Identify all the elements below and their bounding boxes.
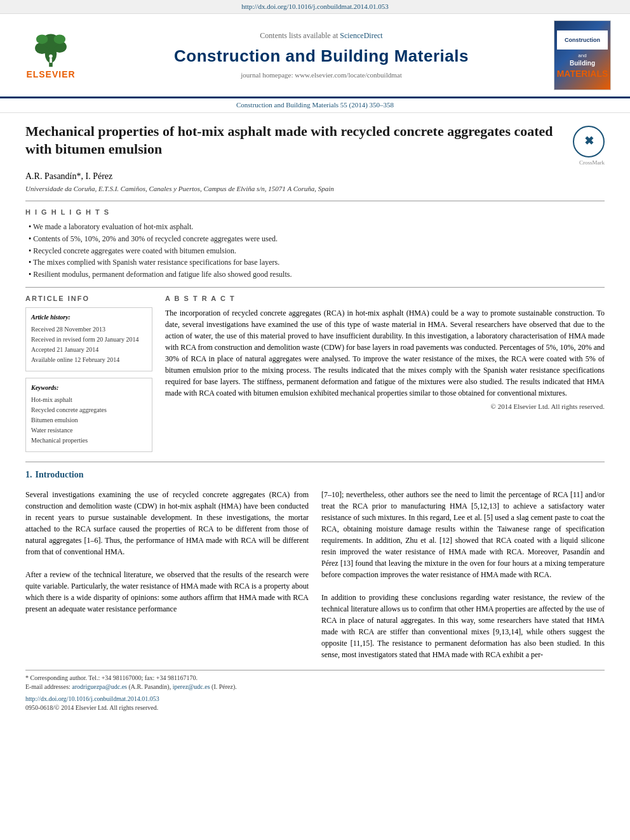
svg-point-5: [36, 34, 48, 44]
divider-3: [25, 462, 605, 462]
available-date: Available online 12 February 2014: [31, 356, 147, 364]
elsevier-text: ELSEVIER: [26, 69, 75, 81]
divider-2: [25, 287, 605, 288]
crossmark-badge: ✖: [573, 126, 605, 157]
elsevier-logo-area: ELSEVIER: [13, 30, 89, 81]
svg-rect-8: [50, 58, 52, 62]
article-title: Mechanical properties of hot-mix asphalt…: [25, 123, 573, 159]
cover-building: Building: [570, 59, 595, 68]
journal-header: ELSEVIER Contents lists available at Sci…: [0, 14, 630, 98]
intro-col2-para2: In addition to providing these conclusio…: [321, 592, 605, 660]
copyright-text: © 2014 Elsevier Ltd. All rights reserved…: [165, 402, 605, 411]
doi-url-link[interactable]: http://dx.doi.org/10.1016/j.conbuildmat.…: [25, 695, 159, 702]
highlights-label: H I G H L I G H T S: [25, 208, 605, 217]
email1-name: (A.R. Pasandín),: [128, 683, 171, 690]
authors: A.R. Pasandín*, I. Pérez: [25, 170, 605, 183]
authors-text: A.R. Pasandín*, I. Pérez: [25, 171, 112, 181]
highlight-item-2: Contents of 5%, 10%, 20% and 30% of recy…: [29, 233, 605, 245]
affiliation: Universidade da Coruña, E.T.S.I. Camiños…: [25, 184, 605, 194]
article-history-box: Article history: Received 28 November 20…: [25, 307, 152, 371]
page: http://dx.doi.org/10.1016/j.conbuildmat.…: [0, 0, 630, 840]
journal-title: Construction and Building Materials: [89, 44, 554, 67]
received-date: Received 28 November 2013: [31, 325, 147, 334]
intro-body: Several investigations examining the use…: [25, 489, 605, 660]
keyword-3: Bitumen emulsion: [31, 416, 147, 425]
crossmark-icon: ✖: [584, 133, 594, 149]
email2-link[interactable]: iperez@udc.es: [173, 683, 210, 690]
keyword-1: Hot-mix asphalt: [31, 396, 147, 404]
highlight-item-4: The mixes complied with Spanish water re…: [29, 257, 605, 269]
cover-materials: MATERIALS: [557, 68, 608, 81]
divider-1: [25, 201, 605, 201]
doi-text: Construction and Building Materials 55 (…: [236, 101, 394, 109]
accepted-date: Accepted 21 January 2014: [31, 345, 147, 354]
intro-col-right: [7–10]; nevertheless, other authors see …: [321, 489, 605, 660]
highlights-section: H I G H L I G H T S We made a laboratory…: [25, 208, 605, 281]
journal-header-center: Contents lists available at ScienceDirec…: [89, 30, 554, 81]
keyword-4: Water resistance: [31, 426, 147, 435]
article-info-abstract-section: Article info Article history: Received 2…: [25, 294, 605, 452]
doi-url: http://dx.doi.org/10.1016/j.conbuildmat.…: [25, 695, 605, 703]
science-direct-line: Contents lists available at ScienceDirec…: [89, 30, 554, 41]
introduction-section: 1. Introduction Several investigations e…: [25, 469, 605, 660]
cover-construction: Construction: [565, 36, 600, 44]
highlight-item-1: We made a laboratory evaluation of hot-m…: [29, 221, 605, 233]
email-label: E-mail addresses:: [25, 683, 70, 690]
journal-homepage: journal homepage: www.elsevier.com/locat…: [89, 70, 554, 80]
email-line: E-mail addresses: arodriguezpa@udc.es (A…: [25, 683, 605, 691]
article-history-title: Article history:: [31, 313, 147, 322]
corresponding-author: * Corresponding author. Tel.: +34 981167…: [25, 674, 605, 683]
svg-point-6: [54, 34, 65, 44]
intro-number: 1.: [25, 469, 32, 481]
crossmark-label: CrossMark: [25, 159, 605, 167]
article-info-col: Article info Article history: Received 2…: [25, 294, 152, 452]
footnote-section: * Corresponding author. Tel.: +34 981167…: [25, 670, 605, 712]
keywords-title: Keywords:: [31, 383, 147, 392]
journal-cover-area: Construction and Building MATERIALS: [554, 20, 617, 90]
top-url-text: http://dx.doi.org/10.1016/j.conbuildmat.…: [241, 3, 389, 10]
cover-and: and: [578, 52, 586, 59]
issn-text: 0950-0618/© 2014 Elsevier Ltd. All right…: [25, 703, 605, 712]
keyword-5: Mechanical properties: [31, 436, 147, 445]
intro-title: Introduction: [36, 469, 84, 481]
elsevier-tree-icon: [29, 30, 73, 69]
highlights-list: We made a laboratory evaluation of hot-m…: [25, 221, 605, 281]
highlight-item-5: Resilient modulus, permanent deformation…: [29, 269, 605, 281]
intro-para2: After a review of the technical literatu…: [25, 569, 309, 615]
abstract-col: A B S T R A C T The incorporation of rec…: [165, 294, 605, 452]
top-url-bar: http://dx.doi.org/10.1016/j.conbuildmat.…: [0, 0, 630, 14]
abstract-section: The incorporation of recycled concrete a…: [165, 307, 605, 411]
journal-cover-image: Construction and Building MATERIALS: [554, 20, 611, 90]
email2-name: (I. Pérez).: [211, 683, 237, 690]
keywords-box: Keywords: Hot-mix asphalt Recycled concr…: [25, 378, 152, 452]
doi-bar: Construction and Building Materials 55 (…: [0, 98, 630, 112]
article-info-label: Article info: [25, 294, 152, 303]
science-direct-link[interactable]: ScienceDirect: [340, 31, 382, 40]
intro-col2-para1: [7–10]; nevertheless, other authors see …: [321, 489, 605, 580]
email1-link[interactable]: arodriguezpa@udc.es: [72, 683, 127, 690]
elsevier-logo: ELSEVIER: [13, 30, 89, 81]
highlight-item-3: Recycled concrete aggregates were coated…: [29, 245, 605, 257]
revised-date: Received in revised form 20 January 2014: [31, 335, 147, 344]
intro-col-left: Several investigations examining the use…: [25, 489, 309, 660]
abstract-text: The incorporation of recycled concrete a…: [165, 307, 605, 399]
keyword-2: Recycled concrete aggregates: [31, 406, 147, 415]
intro-para1: Several investigations examining the use…: [25, 489, 309, 557]
svg-point-7: [49, 54, 53, 58]
main-content: Mechanical properties of hot-mix asphalt…: [0, 113, 630, 722]
abstract-label: A B S T R A C T: [165, 294, 605, 303]
article-title-section: Mechanical properties of hot-mix asphalt…: [25, 123, 605, 162]
